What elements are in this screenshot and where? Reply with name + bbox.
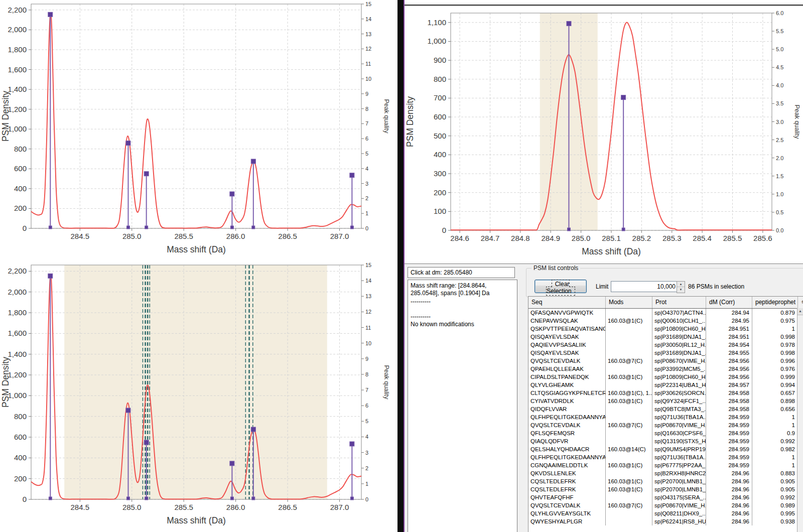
table-cell <box>606 349 652 357</box>
table-cell: 160.03@1(C) <box>606 461 652 469</box>
table-row[interactable]: QISQAYEVLSDAKsp|P31689|DNJA1_...284.9550… <box>528 349 803 357</box>
table-row[interactable]: QISQAYEVLSDAKsp|P31689|DNJA1_...284.9510… <box>528 333 803 341</box>
table-row[interactable]: QSKPVTTPEEIAQVATISANGDKsp|P10809|CH60_H.… <box>528 325 803 333</box>
table-cell <box>606 341 652 349</box>
table-cell: 284.958 <box>706 397 752 405</box>
peak-quality-marker[interactable] <box>126 141 130 146</box>
table-cell: 0.879 <box>752 309 798 317</box>
clear-selection-button[interactable]: Clear Selection <box>534 280 587 293</box>
table-cell: 284.959 <box>706 437 752 445</box>
column-header-dm-corr-[interactable]: dM (Corr) <box>706 297 752 308</box>
table-row[interactable]: CYIVATVDRDLK160.03@1(C)sp|Q9Y324|FCF1_..… <box>528 397 803 405</box>
psm-density-chart-overview[interactable]: 284.5285.0285.5286.0286.5287.00200400600… <box>0 0 397 261</box>
y2-tick-label: 8 <box>365 371 368 377</box>
table-cell: 0.978 <box>752 341 798 349</box>
y2-tick-label: 2 <box>365 465 368 471</box>
table-row[interactable]: QVQSLTCEVDALK160.03@7(C)sp|P08670|VIME_H… <box>528 421 803 429</box>
table-cell: QISQAYEVLSDAK <box>528 349 606 357</box>
x-tick-label: 287.0 <box>330 503 349 511</box>
peak-quality-marker[interactable] <box>230 461 234 466</box>
x-tick-label: 284.5 <box>70 503 89 511</box>
table-cell: QFASQANVVGPWIQTK <box>528 309 606 317</box>
peak-quality-marker[interactable] <box>144 440 149 445</box>
table-cell: 160.03@1(C) <box>606 317 652 325</box>
y-tick-label: 800 <box>434 75 446 83</box>
y2-tick-label: 3 <box>365 181 368 187</box>
peak-quality-marker[interactable] <box>126 408 130 413</box>
y-tick-label: 1,000 <box>8 391 27 400</box>
peak-quality-marker[interactable] <box>251 427 255 432</box>
table-cell: 284.96 <box>706 509 752 517</box>
table-row[interactable]: QLYHLGVVEAYSGLTKsp|Q08211|DHX9_...284.96… <box>528 509 803 517</box>
table-cell: 284.954 <box>706 341 752 349</box>
table-row[interactable]: CIPALDSLTPANEDQK160.03@1(C)sp|P10809|CH6… <box>528 373 803 381</box>
peak-quality-marker[interactable] <box>144 172 149 176</box>
column-header-peptideprophet[interactable]: peptideprophet <box>752 297 798 308</box>
table-cell: QPAEHLQLLEEAAK <box>528 365 606 373</box>
y-tick-label: 800 <box>14 412 27 421</box>
info-line: ---------- <box>411 298 514 306</box>
peak-quality-marker[interactable] <box>251 159 255 164</box>
table-row[interactable]: QHVTEAFQFHFsp|O43175|SERA_...284.960.992 <box>528 493 803 501</box>
table-cell: QVQSLTCEVDALK <box>528 421 606 429</box>
scroll-up-icon[interactable]: ▲ <box>797 308 803 315</box>
stem-base-marker <box>145 226 148 229</box>
peak-quality-marker[interactable] <box>567 21 571 26</box>
y-tick-label: 2,000 <box>8 25 27 34</box>
table-row[interactable]: QVQSLTCEVDALK160.03@7(C)sp|P08670|VIME_H… <box>528 357 803 365</box>
y2-tick-label: 2.5 <box>776 137 783 143</box>
limit-input[interactable] <box>611 281 678 292</box>
table-row[interactable]: CLTQSGIAGGYKPFNLETCR160.03@1(C), 1...sp|… <box>528 389 803 397</box>
table-cell: sp|P20700|LMNB1_... <box>652 485 706 493</box>
table-row[interactable]: QKVDSLLENLEKsp|B2RXH8|HNRC2...284.960.88… <box>528 469 803 477</box>
psm-density-chart-zoom[interactable]: 284.6284.7284.8284.9285.0285.1285.2285.3… <box>405 6 803 263</box>
table-row[interactable]: QIAQLQDFVRsp|Q13190|STX5_H...284.9590.99… <box>528 437 803 445</box>
table-row[interactable]: CNEPAVWSQLAK160.03@1(C)sp|Q00610|CLH1_..… <box>528 317 803 325</box>
table-cell: 284.959 <box>706 453 752 461</box>
table-row[interactable]: QAQIEVVPSASALIIKsp|P30050|RL12_H...284.9… <box>528 341 803 349</box>
table-cell <box>606 469 652 477</box>
peak-quality-marker[interactable] <box>48 12 53 17</box>
psm-density-chart-selection[interactable]: 284.5285.0285.5286.0286.5287.00200400600… <box>0 261 397 532</box>
table-row[interactable]: QIDQFLVVARsp|Q9BTC8|MTA3_...284.9580.656 <box>528 405 803 413</box>
psm-panel: Click at dm: 285.05480 Mass shift range:… <box>405 263 803 532</box>
window-divider[interactable] <box>397 0 404 532</box>
table-row[interactable]: QFASQANVVGPWIQTKsp|O43707|ACTN4...284.94… <box>528 309 803 317</box>
table-vertical-scrollbar[interactable]: ▲ <box>797 308 803 532</box>
column-header-prot[interactable]: Prot <box>652 297 706 308</box>
peak-quality-marker[interactable] <box>621 95 626 100</box>
table-row[interactable]: CGNQAAIMELDDTLK160.03@1(C)sp|P67775|PP2A… <box>528 461 803 469</box>
table-cell: 284.96 <box>706 469 752 477</box>
table-cell: QVQSLTCEVDALK <box>528 501 606 509</box>
table-row[interactable]: QVQSLTCEVDALK160.03@7(C)sp|P08670|VIME_H… <box>528 501 803 509</box>
peak-quality-marker[interactable] <box>230 192 234 196</box>
column-header-seq[interactable]: Seq <box>528 297 606 308</box>
column-options-icon[interactable]: ✳ <box>798 297 803 308</box>
peak-quality-marker[interactable] <box>48 274 53 278</box>
table-cell: 284.958 <box>706 405 752 413</box>
table-cell: 284.96 <box>706 493 752 501</box>
table-row[interactable]: CQSLTEDLEFRK160.03@1(C)sp|P20700|LMNB1_.… <box>528 485 803 493</box>
y2-tick-label: 1.5 <box>776 173 783 179</box>
table-cell: 284.959 <box>706 413 752 421</box>
spinner-up-icon[interactable]: ▲ <box>677 282 685 287</box>
table-cell: sp|P67775|PP2AA_... <box>652 461 706 469</box>
table-row[interactable]: QELSHALYQHDAACR160.03@14(C)sp|Q9UMS4|PRP… <box>528 445 803 453</box>
table-row[interactable]: QLFHPEQLITGKEDAANNYARsp|Q71U36|TBA1A...2… <box>528 413 803 421</box>
y-tick-label: 600 <box>434 112 446 121</box>
peak-quality-marker[interactable] <box>350 442 354 446</box>
y2-tick-label: 14 <box>365 278 371 284</box>
table-row[interactable]: QFLSQFEMQSRsp|Q16630|CPSF6_...284.9590.9 <box>528 429 803 437</box>
y2-tick-label: 7 <box>365 120 368 126</box>
table-row[interactable]: QWYESHYALPLGRsp|P62241|RS8_HU...284.960.… <box>528 517 803 525</box>
column-header-mods[interactable]: Mods <box>606 297 652 308</box>
table-row[interactable]: CQSLTEDLEFRK160.03@1(C)sp|P20700|LMNB1_.… <box>528 477 803 485</box>
table-cell: 0.898 <box>752 397 798 405</box>
peak-quality-marker[interactable] <box>350 173 354 178</box>
table-cell: 284.959 <box>706 445 752 453</box>
table-row[interactable]: QPAEHLQLLEEAAKsp|P33992|MCM5_...284.9560… <box>528 365 803 373</box>
table-row[interactable]: QLFHPEQLITGKEDAANNYARsp|Q71U36|TBA1A...2… <box>528 453 803 461</box>
table-cell: 160.03@7(C) <box>606 501 652 509</box>
spinner-down-icon[interactable]: ▼ <box>677 287 685 292</box>
table-row[interactable]: QLYVLGHEAMKsp|P22314|UBA1_H...284.9570.9… <box>528 381 803 389</box>
